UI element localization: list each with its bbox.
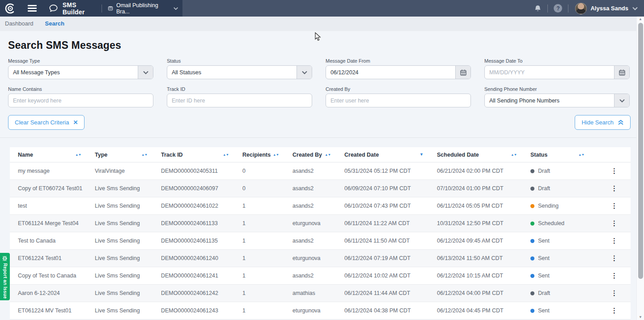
notification-bell-icon[interactable] [534, 4, 542, 13]
status-value: All Statuses [167, 69, 297, 76]
cell-scheduled-date: 06/11/2024 05:05 PM CDT [437, 203, 530, 209]
cell-track-id: DEMO0000002405311 [161, 168, 242, 174]
status-dot-icon [530, 222, 534, 226]
cell-status: Sent [530, 238, 598, 244]
date-to-input[interactable] [485, 66, 614, 79]
column-header-type[interactable]: Type▲▼ [95, 152, 161, 158]
cell-track-id: DEMO0000024061240 [161, 255, 242, 261]
nav-item-dashboard[interactable]: Dashboard [5, 20, 34, 27]
row-kebab-menu-icon[interactable]: ⋮ [606, 237, 622, 245]
hide-search-button[interactable]: Hide Search [575, 115, 631, 130]
cell-status: Sent [530, 255, 598, 261]
row-kebab-menu-icon[interactable]: ⋮ [606, 289, 622, 297]
user-avatar[interactable] [575, 3, 587, 14]
table-row[interactable]: test Live Sms Sending DEMO0000024061022 … [10, 197, 631, 215]
cell-name: Copy of ET060724 Test01 [10, 185, 95, 192]
table-row[interactable]: Test to Canada Live Sms Sending DEMO0000… [10, 232, 631, 250]
cell-created-by: asands2 [292, 203, 344, 209]
status-dot-icon [530, 256, 534, 260]
clear-search-criteria-button[interactable]: Clear Search Criteria ✕ [8, 115, 85, 130]
page-title: Search SMS Messages [8, 39, 631, 51]
chevron-down-icon[interactable] [614, 94, 629, 107]
calendar-icon[interactable] [614, 66, 629, 79]
cell-scheduled-date: 06/13/2024 11:50 AM CDT [437, 255, 530, 261]
scroll-up-arrow-icon[interactable]: ▲ [639, 17, 642, 22]
cell-status: Draft [530, 185, 598, 192]
table-row[interactable]: Copy of Test to Canada Live Sms Sending … [10, 267, 631, 285]
column-header-recipients[interactable]: Recipients▲▼ [242, 152, 292, 158]
cell-track-id: DEMO0000024061135 [161, 238, 242, 244]
status-dot-icon [530, 291, 534, 295]
name-contains-input[interactable] [8, 94, 153, 107]
column-header-track-id[interactable]: Track ID▲▼ [161, 152, 242, 158]
message-type-select[interactable]: All Message Types [8, 65, 153, 79]
column-header-name[interactable]: Name▲▼ [10, 152, 95, 158]
field-name-contains: Name Contains [8, 86, 153, 107]
cell-created-by: eturgunova [292, 307, 344, 314]
column-header-created-by[interactable]: Created By▲▼ [292, 152, 344, 158]
cell-name: ET061124 Merge Test04 [10, 220, 95, 226]
cell-created-by: eturgunova [292, 220, 344, 226]
bug-icon [2, 256, 8, 261]
status-dot-icon [530, 187, 534, 191]
cell-name: Aaron 6-12-2024 [10, 290, 95, 296]
cell-status: Draft [530, 290, 598, 296]
nav-item-search[interactable]: Search [45, 20, 64, 27]
menu-hamburger-icon[interactable] [25, 2, 39, 14]
status-select[interactable]: All Statuses [167, 65, 312, 79]
row-kebab-menu-icon[interactable]: ⋮ [606, 202, 622, 210]
chevron-down-icon[interactable] [297, 66, 312, 79]
cell-type: Live Sms Sending [95, 220, 161, 226]
cell-scheduled-date: 06/12/2024 04:45 PM CDT [437, 307, 530, 314]
row-kebab-menu-icon[interactable]: ⋮ [606, 254, 622, 262]
navbar-utility-section: ? Alyssa Sands [534, 0, 644, 17]
row-kebab-menu-icon[interactable]: ⋮ [606, 307, 622, 315]
track-id-input[interactable] [167, 94, 312, 107]
cell-created-by: asands2 [292, 238, 344, 244]
report-an-issue-tab[interactable]: Report an Issue [0, 253, 10, 300]
table-row[interactable]: Copy of ET060724 Test01 Live Sms Sending… [10, 180, 631, 197]
cell-created-by: amathias [292, 290, 344, 296]
status-dot-icon [530, 309, 534, 313]
cell-type: ViralVintage [95, 168, 161, 174]
sort-icon: ▲▼ [578, 154, 585, 156]
column-header-status[interactable]: Status▲▼ [530, 152, 598, 158]
row-kebab-menu-icon[interactable]: ⋮ [606, 167, 622, 175]
date-to-label: Message Date To [484, 58, 630, 64]
table-row[interactable]: ET061224 MV Test01 Live Sms Sending DEMO… [10, 302, 631, 320]
calendar-icon[interactable] [455, 66, 470, 79]
double-chevron-up-icon [618, 119, 624, 125]
column-header-scheduled-date[interactable]: Scheduled Date▲▼ [437, 152, 530, 158]
navbar-divider [102, 4, 102, 13]
status-label: Sent [538, 307, 550, 314]
table-row[interactable]: ET061224 Test01 Live Sms Sending DEMO000… [10, 250, 631, 267]
cell-recipients: 0 [242, 185, 292, 192]
cell-created-by: asands2 [292, 273, 344, 279]
table-row[interactable]: my message ViralVintage DEMO000000240531… [10, 162, 631, 180]
vertical-scrollbar[interactable]: ▲ ▼ [636, 17, 644, 320]
row-kebab-menu-icon[interactable]: ⋮ [606, 272, 622, 280]
scroll-down-arrow-icon[interactable]: ▼ [639, 315, 642, 320]
field-sending-phone: Sending Phone Number All Sending Phone N… [484, 86, 630, 107]
scrollbar-thumb[interactable] [638, 23, 643, 279]
cell-scheduled-date: 06/12/2024 10:15 AM CDT [437, 273, 530, 279]
chevron-down-icon[interactable] [138, 66, 153, 79]
table-row[interactable]: ET061124 Merge Test04 Live Sms Sending D… [10, 215, 631, 232]
status-label: Status [167, 58, 312, 64]
account-switcher-dropdown[interactable]: Omail Publishing Bra... [108, 2, 178, 15]
created-by-input[interactable] [326, 94, 470, 107]
created-by-control [326, 94, 471, 107]
date-from-input[interactable] [326, 66, 455, 79]
help-icon[interactable]: ? [554, 4, 562, 13]
user-menu-chevron-icon[interactable] [632, 7, 638, 10]
table-row[interactable]: Aaron 6-12-2024 Live Sms Sending DEMO000… [10, 285, 631, 302]
sending-phone-select[interactable]: All Sending Phone Numbers [484, 94, 630, 107]
row-kebab-menu-icon[interactable]: ⋮ [606, 184, 622, 192]
column-header-created-date[interactable]: Created Date▼ [344, 152, 437, 158]
row-kebab-menu-icon[interactable]: ⋮ [606, 219, 622, 227]
cell-created-date: 06/09/2024 07:10 PM CDT [344, 185, 437, 192]
app-logo-icon[interactable] [4, 1, 17, 16]
account-name: Omail Publishing Bra... [116, 2, 165, 15]
cell-track-id: DEMO0000024061022 [161, 203, 242, 209]
field-message-type: Message Type All Message Types [8, 58, 153, 79]
